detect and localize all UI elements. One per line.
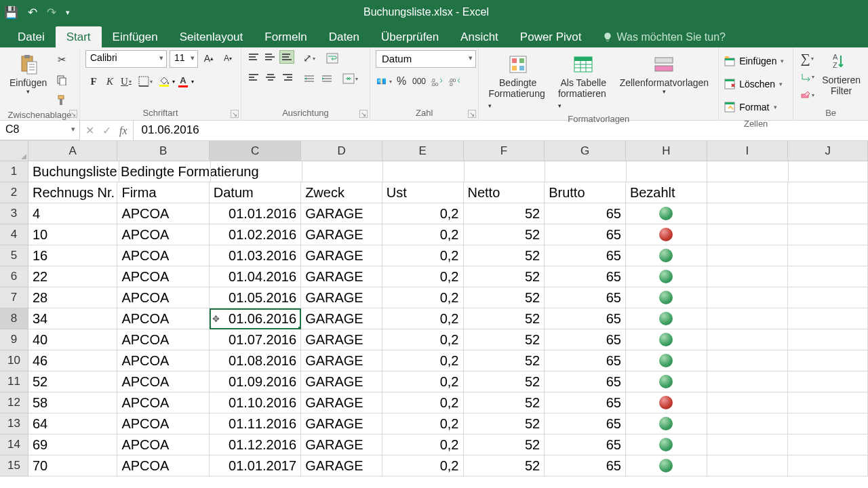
cell[interactable] bbox=[707, 182, 789, 203]
cell[interactable]: APCOA bbox=[117, 329, 209, 350]
cell[interactable]: 52 bbox=[464, 371, 545, 392]
increase-decimal-icon[interactable]: ,0,00 bbox=[429, 73, 445, 89]
cell[interactable]: APCOA bbox=[117, 287, 209, 308]
accounting-format-icon[interactable]: 💶▾ bbox=[376, 73, 392, 89]
cell[interactable]: 52 bbox=[464, 245, 545, 266]
cell[interactable]: 01.07.2016 bbox=[210, 329, 301, 350]
cell[interactable]: GARAGE bbox=[301, 245, 382, 266]
cell[interactable] bbox=[788, 329, 868, 350]
insert-cells-button[interactable]: Einfügen▾ bbox=[724, 50, 784, 71]
column-header-D[interactable]: D bbox=[301, 141, 382, 161]
cell[interactable]: 0,2 bbox=[382, 224, 464, 245]
row-header-2[interactable]: 2 bbox=[0, 182, 28, 203]
format-as-table-button[interactable]: Als Tabelle formatieren ▾ bbox=[554, 50, 613, 113]
cell[interactable] bbox=[707, 455, 789, 476]
qat-dropdown-icon[interactable]: ▾ bbox=[66, 9, 70, 16]
cell[interactable] bbox=[788, 266, 868, 287]
cell[interactable]: 01.04.2016 bbox=[210, 266, 301, 287]
cell[interactable] bbox=[707, 350, 789, 371]
tab-daten[interactable]: Daten bbox=[318, 26, 370, 47]
cell[interactable] bbox=[465, 161, 545, 182]
name-box[interactable]: C8 bbox=[0, 121, 80, 140]
insert-function-icon[interactable]: fx bbox=[119, 125, 127, 137]
cell[interactable]: 0,2 bbox=[382, 203, 464, 224]
active-cell[interactable]: 01.06.2016✥ bbox=[210, 308, 301, 329]
cell[interactable] bbox=[626, 455, 707, 476]
cell[interactable] bbox=[626, 371, 707, 392]
cell[interactable] bbox=[707, 371, 789, 392]
cell[interactable] bbox=[626, 308, 707, 329]
cell[interactable]: 0,2 bbox=[382, 413, 464, 434]
cell[interactable]: 0,2 bbox=[382, 392, 464, 413]
format-painter-icon[interactable] bbox=[54, 92, 70, 108]
cell[interactable] bbox=[626, 287, 707, 308]
tab-ansicht[interactable]: Ansicht bbox=[450, 26, 509, 47]
cell[interactable] bbox=[788, 308, 868, 329]
delete-cells-button[interactable]: Löschen▾ bbox=[724, 73, 784, 94]
cell[interactable] bbox=[707, 434, 789, 455]
row-header-5[interactable]: 5 bbox=[0, 245, 28, 266]
align-left-icon[interactable] bbox=[247, 70, 262, 84]
cell[interactable] bbox=[707, 203, 789, 224]
cell[interactable]: APCOA bbox=[117, 455, 209, 476]
tab-start[interactable]: Start bbox=[56, 26, 102, 47]
cell[interactable] bbox=[788, 392, 868, 413]
cell[interactable]: 01.02.2016 bbox=[210, 224, 301, 245]
cell[interactable]: 52 bbox=[464, 329, 545, 350]
cell[interactable]: 52 bbox=[464, 434, 545, 455]
cell[interactable]: GARAGE bbox=[301, 287, 382, 308]
cell[interactable] bbox=[707, 161, 788, 182]
cell[interactable]: 01.05.2016 bbox=[210, 287, 301, 308]
font-color-button[interactable]: A bbox=[175, 73, 191, 89]
cell[interactable]: 34 bbox=[28, 308, 117, 329]
cell[interactable]: 52 bbox=[464, 413, 545, 434]
cell[interactable]: 64 bbox=[28, 413, 117, 434]
comma-format-icon[interactable]: 000 bbox=[411, 73, 427, 89]
align-right-icon[interactable] bbox=[279, 70, 294, 84]
cell-styles-button[interactable]: Zellenformatvorlagen ▾ bbox=[616, 50, 713, 98]
align-top-icon[interactable] bbox=[247, 50, 262, 64]
row-header-13[interactable]: 13 bbox=[0, 413, 28, 434]
cell[interactable]: 0,2 bbox=[382, 434, 464, 455]
cell-A1[interactable]: Buchungsliste Bedingte Formatierung bbox=[28, 161, 119, 182]
cell[interactable]: 0,2 bbox=[382, 350, 464, 371]
tab-einfuegen[interactable]: Einfügen bbox=[102, 26, 169, 47]
cell[interactable] bbox=[119, 161, 211, 182]
cell[interactable] bbox=[707, 413, 789, 434]
cell[interactable] bbox=[626, 203, 707, 224]
cell[interactable]: APCOA bbox=[117, 434, 209, 455]
cell[interactable]: APCOA bbox=[117, 224, 209, 245]
fill-color-button[interactable] bbox=[156, 73, 172, 89]
column-header-I[interactable]: I bbox=[707, 141, 789, 161]
column-header-B[interactable]: B bbox=[117, 141, 209, 161]
cell[interactable]: 52 bbox=[464, 392, 545, 413]
cell[interactable]: 01.01.2016 bbox=[210, 203, 301, 224]
increase-indent-icon[interactable] bbox=[319, 70, 335, 87]
header-cell-H[interactable]: Bezahlt bbox=[626, 182, 707, 203]
wrap-text-icon[interactable] bbox=[324, 50, 340, 66]
cell[interactable] bbox=[707, 266, 789, 287]
row-header-8[interactable]: 8 bbox=[0, 308, 28, 329]
cell[interactable]: 69 bbox=[28, 434, 117, 455]
cell[interactable]: 0,2 bbox=[382, 371, 464, 392]
cell[interactable]: 0,2 bbox=[382, 287, 464, 308]
header-cell-F[interactable]: Netto bbox=[464, 182, 545, 203]
cut-icon[interactable]: ✂ bbox=[54, 52, 70, 68]
conditional-formatting-button[interactable]: Bedingte Formatierung ▾ bbox=[484, 50, 551, 113]
tab-seitenlayout[interactable]: Seitenlayout bbox=[169, 26, 254, 47]
header-cell-A[interactable]: Rechnugs Nr. bbox=[28, 182, 117, 203]
sort-filter-button[interactable]: AZ Sortieren Filter bbox=[818, 50, 865, 99]
cell[interactable]: APCOA bbox=[117, 371, 209, 392]
cell[interactable]: 52 bbox=[464, 287, 545, 308]
cell[interactable]: 52 bbox=[28, 371, 117, 392]
decrease-indent-icon[interactable] bbox=[301, 70, 317, 87]
cell[interactable]: 52 bbox=[464, 308, 545, 329]
format-cells-button[interactable]: Format▾ bbox=[724, 96, 784, 117]
cell[interactable] bbox=[626, 224, 707, 245]
font-name-combo[interactable]: Calibri bbox=[85, 50, 167, 68]
header-cell-E[interactable]: Ust bbox=[382, 182, 464, 203]
align-bottom-icon[interactable] bbox=[279, 50, 294, 64]
cell[interactable]: 70 bbox=[28, 455, 117, 476]
tab-datei[interactable]: Datei bbox=[7, 26, 56, 47]
column-header-J[interactable]: J bbox=[788, 141, 868, 161]
